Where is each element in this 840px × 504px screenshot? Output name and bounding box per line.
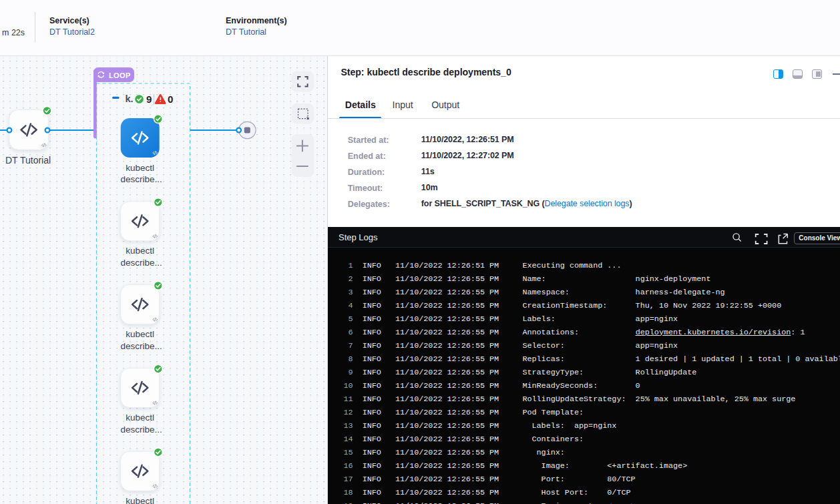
svg-text:describe...: describe... <box>121 174 162 184</box>
svg-text:kubectl: kubectl <box>126 413 154 423</box>
svg-text:0: 0 <box>168 93 173 105</box>
svg-text:describe...: describe... <box>121 258 162 268</box>
svg-text:9: 9 <box>146 93 152 105</box>
svg-text:describe...: describe... <box>121 341 162 351</box>
svg-text:kubectl: kubectl <box>126 246 154 256</box>
svg-text:k.: k. <box>126 93 134 104</box>
svg-text:kubectl: kubectl <box>126 329 154 339</box>
svg-text:DT Tutorial: DT Tutorial <box>5 155 51 166</box>
svg-text:describe...: describe... <box>121 425 162 435</box>
svg-text:kubectl: kubectl <box>126 496 154 504</box>
svg-text:LOOP: LOOP <box>109 71 131 79</box>
svg-text:kubectl: kubectl <box>126 163 154 173</box>
